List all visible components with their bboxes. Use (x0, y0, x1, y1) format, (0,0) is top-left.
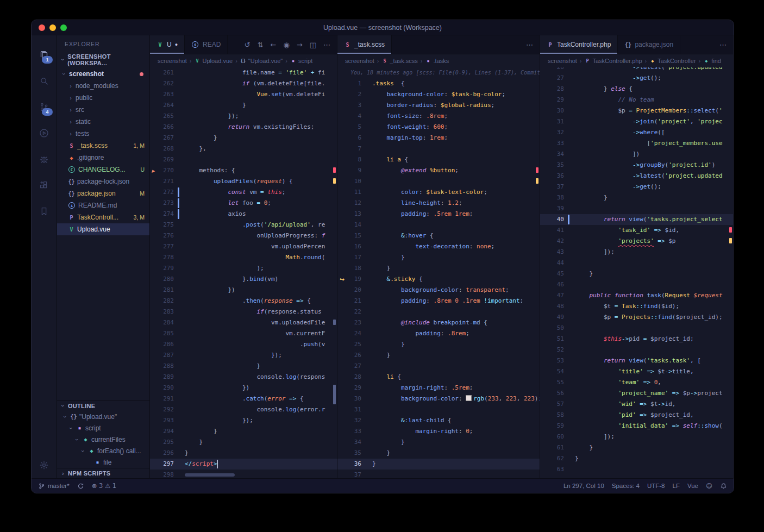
line-number[interactable]: 278 (150, 252, 174, 263)
line-number[interactable]: 272 (150, 187, 174, 198)
line-number[interactable]: 62 (540, 453, 564, 464)
line-number[interactable]: 56 (540, 388, 564, 399)
explorer-icon[interactable]: 1 (32, 42, 57, 68)
tree-item-package-lock-json[interactable]: {}package-lock.json (57, 176, 149, 187)
code-line[interactable]: 22 (337, 306, 540, 317)
line-number[interactable]: 267 (150, 133, 174, 143)
code-line[interactable]: 294 } (150, 426, 337, 437)
code-line[interactable]: 271 uploadFiles(request) { (150, 176, 337, 187)
line-number[interactable]: 2 (337, 89, 361, 100)
code-line[interactable]: 10 (337, 176, 540, 187)
line-number[interactable]: 50 (540, 323, 564, 334)
line-number[interactable]: 295 (150, 437, 174, 448)
tree-item-package-json[interactable]: {}package.jsonM (57, 187, 149, 199)
tree-item-tests[interactable]: ›tests (57, 128, 149, 140)
indentation-status[interactable]: Spaces: 4 (612, 483, 640, 489)
code-line[interactable]: 281 }) (150, 285, 337, 296)
breadcrumb-item[interactable]: ◆TaskController (649, 58, 696, 64)
line-number[interactable]: 43 (540, 247, 564, 258)
code-line[interactable]: 279 ); (150, 263, 337, 274)
line-number[interactable]: 293 (150, 415, 174, 426)
tab-u[interactable]: VU● (150, 35, 185, 54)
code-line[interactable]: 2 background-color: $task-bg-color; (337, 89, 540, 100)
code-line[interactable]: 290 }) (150, 383, 337, 393)
tab-task-scss[interactable]: S_task.scss (337, 35, 392, 54)
code-line[interactable]: 8 li a { (337, 154, 540, 165)
horizontal-scrollbar[interactable] (185, 473, 235, 477)
code-line[interactable]: 37 ->get(); (540, 181, 733, 192)
line-number[interactable]: 294 (150, 426, 174, 437)
code-editor[interactable]: 261 file.name = 'file' + fi262 if (vm.de… (150, 67, 337, 478)
code-line[interactable]: 60 ]); (540, 431, 733, 442)
code-line[interactable]: 16 text-decoration: none; (337, 241, 540, 252)
line-number[interactable]: 4 (337, 111, 361, 122)
tree-item-screenshot[interactable]: ›screenshot (57, 68, 149, 80)
line-number[interactable]: 44 (540, 258, 564, 268)
line-number[interactable]: 48 (540, 301, 564, 312)
code-line[interactable]: 34 } (337, 437, 540, 448)
navigate-forward-icon[interactable]: → (297, 41, 303, 49)
line-number[interactable]: 269 (150, 154, 174, 165)
code-line[interactable]: 27 ->get(); (540, 73, 733, 84)
code-editor[interactable]: You, 18 minutes ago [scss: File(0-9), Li… (337, 67, 540, 478)
line-number[interactable]: 265 (150, 111, 174, 122)
line-number[interactable]: 277 (150, 241, 174, 252)
code-line[interactable]: 61 } (540, 442, 733, 453)
open-changes-icon[interactable]: ↺ (245, 41, 251, 49)
tree-item-changelog[interactable]: CCHANGELOG...U (57, 164, 149, 176)
tree-item-gitignore[interactable]: ◆.gitignore (57, 152, 149, 164)
line-number[interactable]: 25 (337, 339, 361, 350)
zoom-button[interactable] (60, 24, 67, 31)
line-number[interactable]: 292 (150, 404, 174, 415)
code-line[interactable]: 58 'pid' => $project_id, (540, 410, 733, 421)
line-number[interactable]: 5 (337, 122, 361, 133)
code-line[interactable]: 45 } (540, 268, 733, 279)
line-number[interactable]: 28 (337, 372, 361, 383)
line-number[interactable]: 291 (150, 393, 174, 404)
line-number[interactable]: 288 (150, 361, 174, 372)
git-compare-icon[interactable]: ⇅ (258, 41, 264, 49)
line-number[interactable]: 290 (150, 383, 174, 393)
notifications-bell-icon[interactable] (720, 483, 727, 490)
run-icon[interactable] (32, 120, 57, 146)
more-actions-icon[interactable]: ⋯ (526, 41, 533, 49)
code-line[interactable]: 53 return view('tasks.task', [ (540, 355, 733, 366)
code-line[interactable]: 275 .post('/api/upload', re (150, 220, 337, 230)
code-line[interactable]: 19↪ &.sticky { (337, 274, 540, 285)
line-number[interactable]: 264 (150, 100, 174, 111)
line-number[interactable]: 17 (337, 252, 361, 263)
code-line[interactable]: 42 'projects' => $p (540, 236, 733, 247)
line-number[interactable]: 32 (540, 127, 564, 138)
code-line[interactable]: 36 ->latest('project.updated (540, 171, 733, 181)
line-number[interactable]: 298 (150, 470, 174, 478)
line-number[interactable]: 54 (540, 366, 564, 377)
code-line[interactable]: 274 axios (150, 209, 337, 220)
code-line[interactable]: 7 (337, 143, 540, 154)
code-line[interactable]: 34 ]) (540, 149, 733, 160)
line-number[interactable]: 18 (337, 263, 361, 274)
code-line[interactable]: 41 'task_id' => $id, (540, 225, 733, 236)
code-line[interactable]: 285 vm.currentF (150, 328, 337, 339)
line-number[interactable]: 263 (150, 89, 174, 100)
outline-item-script[interactable]: ›▪script (57, 422, 149, 434)
code-line[interactable]: 17 } (337, 252, 540, 263)
line-number[interactable]: 35 (337, 448, 361, 459)
line-number[interactable]: 275 (150, 220, 174, 230)
line-number[interactable]: 286 (150, 339, 174, 350)
outline-item-upload-vue[interactable]: ›{}"Upload.vue" (57, 411, 149, 422)
line-number[interactable]: 3 (337, 100, 361, 111)
breadcrumb-item[interactable]: ▪.tasks (425, 58, 449, 64)
tree-item-node-modules[interactable]: ›node_modules (57, 80, 149, 92)
code-line[interactable]: 24 padding: .8rem; (337, 328, 540, 339)
tree-item-static[interactable]: ›static (57, 116, 149, 128)
code-line[interactable]: 38 } (540, 192, 733, 203)
code-line[interactable]: 29 margin-right: .5rem; (337, 383, 540, 393)
close-button[interactable] (39, 24, 45, 31)
line-number[interactable]: 6 (337, 133, 361, 143)
code-line[interactable]: 20 background-color: transparent; (337, 285, 540, 296)
line-number[interactable]: 30 (337, 393, 361, 404)
line-number[interactable]: 51 (540, 334, 564, 345)
code-line[interactable]: 27 (337, 361, 540, 372)
encoding-status[interactable]: UTF-8 (647, 483, 665, 489)
breadcrumb-item[interactable]: screenshot (158, 58, 187, 64)
